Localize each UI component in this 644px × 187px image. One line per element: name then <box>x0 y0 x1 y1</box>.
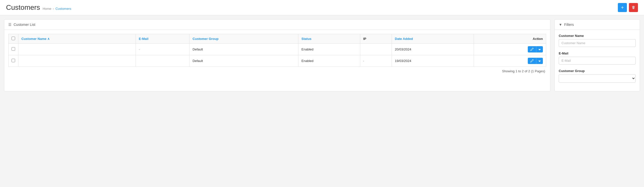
col-header-email[interactable]: E-Mail <box>136 34 189 44</box>
main-panel-title: Customer List <box>14 23 35 27</box>
delete-button[interactable] <box>629 3 638 12</box>
top-header: Customers Home › Customers + <box>0 0 644 15</box>
trash-icon <box>631 6 635 10</box>
sidebar-panel-title: Filters <box>564 23 574 27</box>
col-header-check <box>9 34 18 44</box>
chevron-down-icon <box>538 48 541 51</box>
table-header-row: Customer Name ∧ E-Mail Customer Group St… <box>9 34 546 44</box>
filter-group-customer-name: Customer Name <box>559 34 636 47</box>
filter-input-customer-name[interactable] <box>559 39 636 47</box>
row-check <box>9 44 18 55</box>
col-header-action: Action <box>474 34 546 44</box>
dropdown-button-0[interactable] <box>536 46 543 52</box>
col-header-status[interactable]: Status <box>298 34 360 44</box>
edit-button-1[interactable] <box>528 58 536 64</box>
table-row: · Default Enabled 20/03/2024 <box>9 44 546 55</box>
col-header-customer-group[interactable]: Customer Group <box>189 34 298 44</box>
col-header-ip: IP <box>360 34 392 44</box>
row-ip <box>360 44 392 55</box>
filter-select-customer-group[interactable] <box>559 74 636 83</box>
dropdown-button-1[interactable] <box>536 58 543 64</box>
row-ip: · <box>360 55 392 67</box>
table-head: Customer Name ∧ E-Mail Customer Group St… <box>9 34 546 44</box>
row-checkbox-1[interactable] <box>12 59 15 62</box>
main-panel: ☰ Customer List Customer Name ∧ E-Mail C… <box>4 19 550 91</box>
row-email: · <box>136 44 189 55</box>
add-button[interactable]: + <box>618 3 627 12</box>
breadcrumb: Home › Customers <box>43 7 71 11</box>
filter-input-email[interactable] <box>559 57 636 65</box>
row-status: Enabled <box>298 55 360 67</box>
table-wrapper: Customer Name ∧ E-Mail Customer Group St… <box>4 30 550 78</box>
sidebar-panel-header: ▼ Filters <box>555 20 640 30</box>
filter-group-email: E-Mail <box>559 51 636 65</box>
filter-label-customer-group: Customer Group <box>559 69 636 73</box>
col-header-customer-name[interactable]: Customer Name ∧ <box>18 34 136 44</box>
filter-icon: ▼ <box>559 23 562 27</box>
table-body: · Default Enabled 20/03/2024 <box>9 44 546 67</box>
breadcrumb-separator: › <box>53 7 54 11</box>
row-email <box>136 55 189 67</box>
edit-button-0[interactable] <box>528 46 536 52</box>
row-action <box>474 44 546 55</box>
customer-table: Customer Name ∧ E-Mail Customer Group St… <box>8 34 546 67</box>
col-header-date-added[interactable]: Date Added <box>392 34 474 44</box>
page-title: Customers <box>6 4 40 12</box>
row-customer-name <box>18 44 136 55</box>
row-date-added: 19/03/2024 <box>392 55 474 67</box>
filter-label-customer-name: Customer Name <box>559 34 636 38</box>
main-panel-header: ☰ Customer List <box>4 20 550 30</box>
breadcrumb-current: Customers <box>55 7 71 11</box>
breadcrumb-home: Home <box>43 7 51 11</box>
showing-text: Showing 1 to 2 of 2 (1 Pages) <box>8 67 546 74</box>
chevron-down-icon <box>538 60 541 62</box>
action-btn-group <box>477 58 543 64</box>
header-left: Customers Home › Customers <box>6 4 71 12</box>
action-btn-group <box>477 46 543 52</box>
sidebar-panel: ▼ Filters Customer Name E-Mail Customer … <box>554 19 640 91</box>
row-customer-group: Default <box>189 55 298 67</box>
row-date-added: 20/03/2024 <box>392 44 474 55</box>
main-layout: ☰ Customer List Customer Name ∧ E-Mail C… <box>0 15 644 95</box>
list-icon: ☰ <box>8 23 12 27</box>
edit-icon <box>530 48 534 51</box>
filter-label-email: E-Mail <box>559 51 636 55</box>
row-status: Enabled <box>298 44 360 55</box>
row-checkbox-0[interactable] <box>12 47 15 51</box>
row-action <box>474 55 546 67</box>
row-customer-group: Default <box>189 44 298 55</box>
select-all-checkbox[interactable] <box>12 37 15 40</box>
filters-body: Customer Name E-Mail Customer Group <box>555 30 640 91</box>
row-check <box>9 55 18 67</box>
edit-icon <box>530 59 534 63</box>
filter-group-customer-group: Customer Group <box>559 69 636 83</box>
table-row: Default Enabled · 19/03/2024 <box>9 55 546 67</box>
header-actions: + <box>618 3 638 12</box>
row-customer-name <box>18 55 136 67</box>
